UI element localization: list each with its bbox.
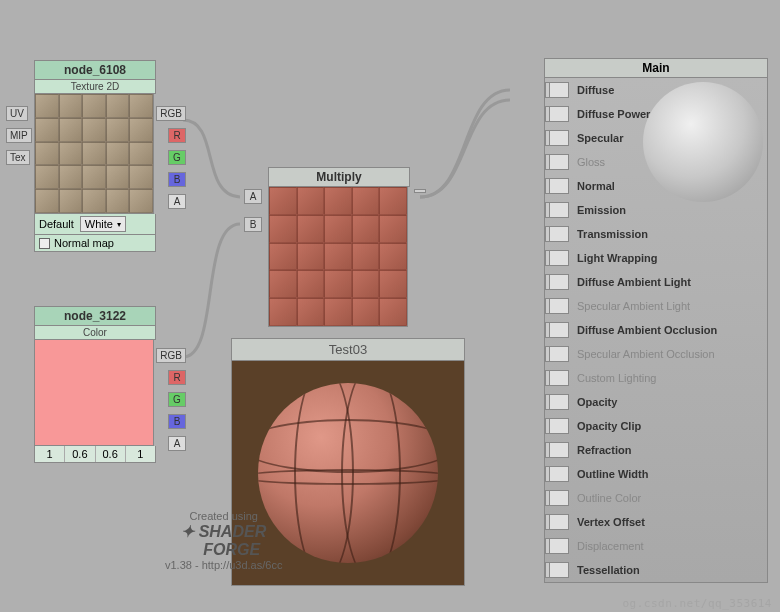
main-row-label: Normal	[577, 180, 615, 192]
main-row-label: Outline Color	[577, 492, 641, 504]
port-g[interactable]: G	[168, 392, 186, 407]
main-row-input-slot[interactable]	[549, 250, 569, 266]
main-row-input-slot[interactable]	[549, 298, 569, 314]
main-row-opacity-clip: Opacity Clip	[545, 414, 767, 438]
main-row-opacity: Opacity	[545, 390, 767, 414]
main-row-vertex-offset: Vertex Offset	[545, 510, 767, 534]
main-row-input-slot[interactable]	[549, 274, 569, 290]
watermark-text: og.csdn.net/qq_353614	[622, 597, 772, 610]
main-row-light-wrapping: Light Wrapping	[545, 246, 767, 270]
main-row-input-slot[interactable]	[549, 562, 569, 578]
main-row-normal: Normal	[545, 174, 767, 198]
main-panel-title: Main	[544, 58, 768, 78]
version-label: v1.38 - http://u3d.as/6cc	[165, 559, 282, 571]
main-row-input-slot[interactable]	[549, 514, 569, 530]
color-r-value[interactable]: 1	[35, 446, 65, 462]
main-row-label: Tessellation	[577, 564, 640, 576]
color-value-row: 1 0.6 0.6 1	[34, 446, 156, 463]
main-row-label: Custom Lighting	[577, 372, 657, 384]
main-row-gloss: Gloss	[545, 150, 767, 174]
main-row-specular-ambient-light: Specular Ambient Light	[545, 294, 767, 318]
main-row-input-slot[interactable]	[549, 490, 569, 506]
port-rgb[interactable]: RGB	[156, 106, 186, 121]
main-row-input-slot[interactable]	[549, 154, 569, 170]
port-a[interactable]: A	[168, 436, 186, 451]
main-row-label: Outline Width	[577, 468, 648, 480]
normal-map-label: Normal map	[54, 237, 114, 249]
node-type: Texture 2D	[34, 80, 156, 94]
main-row-label: Diffuse	[577, 84, 614, 96]
main-row-input-slot[interactable]	[549, 226, 569, 242]
port-tex[interactable]: Tex	[6, 150, 30, 165]
main-row-label: Light Wrapping	[577, 252, 657, 264]
color-g-value[interactable]: 0.6	[65, 446, 95, 462]
main-row-input-slot[interactable]	[549, 538, 569, 554]
normal-map-checkbox[interactable]	[39, 238, 50, 249]
brand-name-2: FORGE	[203, 541, 260, 558]
port-a[interactable]: A	[168, 194, 186, 209]
main-row-label: Refraction	[577, 444, 631, 456]
node-color[interactable]: node_3122 Color RGB R G B A 1 0.6 0.6 1	[34, 306, 156, 463]
main-row-input-slot[interactable]	[549, 466, 569, 482]
main-row-input-slot[interactable]	[549, 82, 569, 98]
port-g[interactable]: G	[168, 150, 186, 165]
main-row-input-slot[interactable]	[549, 418, 569, 434]
node-type: Color	[34, 326, 156, 340]
default-label: Default	[39, 218, 74, 230]
preview-sphere	[258, 383, 438, 563]
port-r[interactable]: R	[168, 128, 186, 143]
port-out[interactable]	[414, 189, 426, 193]
main-row-input-slot[interactable]	[549, 130, 569, 146]
port-rgb[interactable]: RGB	[156, 348, 186, 363]
port-uv[interactable]: UV	[6, 106, 28, 121]
main-row-input-slot[interactable]	[549, 442, 569, 458]
main-row-label: Diffuse Ambient Occlusion	[577, 324, 717, 336]
port-b[interactable]: B	[168, 172, 186, 187]
port-mip[interactable]: MIP	[6, 128, 32, 143]
main-row-label: Diffuse Ambient Light	[577, 276, 691, 288]
main-row-input-slot[interactable]	[549, 346, 569, 362]
node-texture2d[interactable]: node_6108 Texture 2D UV MIP Tex RGB R G …	[34, 60, 156, 252]
main-row-custom-lighting: Custom Lighting	[545, 366, 767, 390]
main-row-diffuse: Diffuse	[545, 78, 767, 102]
port-r[interactable]: R	[168, 370, 186, 385]
main-row-emission: Emission	[545, 198, 767, 222]
main-row-label: Specular Ambient Occlusion	[577, 348, 715, 360]
main-row-input-slot[interactable]	[549, 106, 569, 122]
node-title: node_6108	[34, 60, 156, 80]
port-b[interactable]: B	[244, 217, 262, 232]
main-row-refraction: Refraction	[545, 438, 767, 462]
node-title: Multiply	[268, 167, 410, 187]
color-a-value[interactable]: 1	[126, 446, 155, 462]
color-preview[interactable]	[34, 340, 154, 446]
main-row-specular: Specular	[545, 126, 767, 150]
main-row-label: Opacity	[577, 396, 617, 408]
main-output-panel[interactable]: Main DiffuseDiffuse PowerSpecularGlossNo…	[544, 58, 768, 583]
created-label: Created using	[165, 510, 282, 522]
main-row-diffuse-power: Diffuse Power	[545, 102, 767, 126]
color-b-value[interactable]: 0.6	[96, 446, 126, 462]
main-row-label: Displacement	[577, 540, 644, 552]
main-row-diffuse-ambient-light: Diffuse Ambient Light	[545, 270, 767, 294]
node-multiply[interactable]: Multiply A B	[268, 167, 410, 327]
main-row-input-slot[interactable]	[549, 178, 569, 194]
main-row-diffuse-ambient-occlusion: Diffuse Ambient Occlusion	[545, 318, 767, 342]
main-row-tessellation: Tessellation	[545, 558, 767, 582]
port-b[interactable]: B	[168, 414, 186, 429]
port-a[interactable]: A	[244, 189, 262, 204]
main-row-label: Emission	[577, 204, 626, 216]
main-row-label: Diffuse Power	[577, 108, 650, 120]
default-dropdown[interactable]: White	[80, 216, 126, 232]
main-row-label: Specular Ambient Light	[577, 300, 690, 312]
main-row-outline-width: Outline Width	[545, 462, 767, 486]
main-row-label: Specular	[577, 132, 623, 144]
texture-preview[interactable]	[34, 94, 154, 214]
main-row-input-slot[interactable]	[549, 394, 569, 410]
main-row-label: Transmission	[577, 228, 648, 240]
main-row-input-slot[interactable]	[549, 202, 569, 218]
main-row-specular-ambient-occlusion: Specular Ambient Occlusion	[545, 342, 767, 366]
footer-credits: Created using ✦ SHADER FORGE v1.38 - htt…	[165, 510, 282, 571]
main-row-input-slot[interactable]	[549, 322, 569, 338]
main-row-input-slot[interactable]	[549, 370, 569, 386]
brand-name-1: SHADER	[199, 523, 267, 540]
